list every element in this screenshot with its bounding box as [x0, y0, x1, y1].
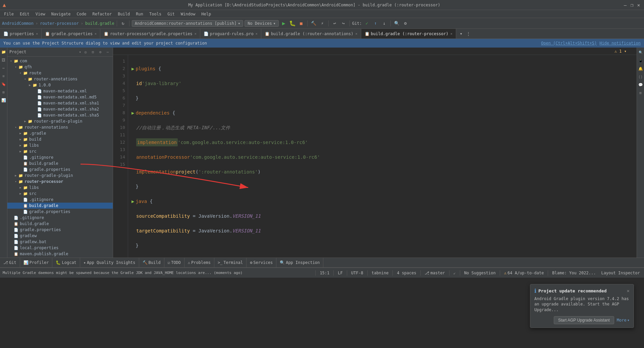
- status-blame[interactable]: Blame: You 2022...: [551, 270, 597, 276]
- resource-icon[interactable]: 🖼: [1, 57, 7, 63]
- status-position[interactable]: 15:1: [318, 270, 331, 276]
- project-collapse-btn[interactable]: ⊟: [90, 49, 96, 55]
- tree-router-annotations[interactable]: ▾ 📁 router-annotations: [7, 76, 113, 82]
- menu-build[interactable]: Build: [115, 11, 132, 17]
- tab-overflow-btn[interactable]: ▾: [458, 30, 465, 38]
- undo-button[interactable]: ↩: [331, 20, 338, 27]
- tree-route[interactable]: ▾ 📁 route: [7, 70, 113, 76]
- bottom-tab-services[interactable]: ⚙ Services: [247, 258, 276, 268]
- bottom-tab-profiler[interactable]: 📊 Profiler: [20, 258, 53, 268]
- tab-build-annotations[interactable]: 📋 build.gradle (:router-annotations) ✕: [261, 29, 361, 39]
- tree-router-annotations2[interactable]: ▾ 📁 router-annotations: [7, 124, 113, 130]
- project-settings-btn[interactable]: ⚙: [97, 49, 103, 55]
- menu-tools[interactable]: Tools: [147, 11, 164, 17]
- code-area[interactable]: 1 2 3 4 5 6 7 8 9 10 11 12 13 14 15 ▶plu…: [113, 55, 637, 258]
- project-tree[interactable]: ▾ 📁 com ▾ 📁 qfh ▾ 📁 route ▾: [7, 57, 113, 258]
- structure-icon[interactable]: ≡: [1, 73, 7, 79]
- layout-inspector-label[interactable]: Layout Inspector: [600, 270, 641, 276]
- pull-requests-icon[interactable]: ↔: [1, 65, 7, 71]
- tab-proguard-close[interactable]: ✕: [256, 32, 258, 36]
- close-button[interactable]: ✕: [636, 2, 641, 8]
- tree-maven-sha2[interactable]: ▶ 📄 maven-metadata.xml.sha2: [7, 106, 113, 112]
- stop-button[interactable]: ■: [298, 20, 305, 27]
- code-content[interactable]: ▶plugins { id 'java-library' ▶} ▶depende…: [128, 55, 637, 258]
- breadcrumb-file[interactable]: build.gradle: [85, 21, 114, 26]
- breadcrumb-module[interactable]: router-processor: [40, 21, 79, 26]
- build-variants-icon[interactable]: ⊞: [1, 89, 7, 95]
- menu-view[interactable]: View: [33, 11, 48, 17]
- code-editor[interactable]: ⚠ 1 ▾ 1 2 3 4 5 6 7 8 9 10 11 12 13 14 1…: [113, 48, 637, 258]
- menu-code[interactable]: Code: [74, 11, 89, 17]
- notifications-icon[interactable]: 🔔: [638, 66, 644, 72]
- layout-inspector-icon[interactable]: 🔍: [638, 49, 644, 56]
- status-line-ending[interactable]: LF: [336, 270, 344, 276]
- tab-rp-gradle-close[interactable]: ✕: [195, 32, 197, 36]
- tree-proc-build-gradle[interactable]: ▶ 📋 build.gradle: [7, 203, 113, 209]
- status-vcs[interactable]: ↙: [452, 270, 457, 276]
- maximize-button[interactable]: ❐: [629, 2, 635, 8]
- tab-gradle-close[interactable]: ✕: [95, 32, 97, 36]
- tree-proc-gitignore[interactable]: ▶ 📄 .gitignore: [7, 197, 113, 203]
- tree-proc-src[interactable]: ▶ 📁 src: [7, 191, 113, 197]
- bottom-tab-terminal[interactable]: >_ Terminal: [214, 258, 247, 268]
- tree-proc-libs[interactable]: ▶ 📁 libs: [7, 185, 113, 191]
- bottom-tab-build[interactable]: 🔨 Build: [139, 258, 164, 268]
- breadcrumb-project[interactable]: AndroidCommon: [2, 21, 34, 26]
- popup-more-button[interactable]: More ▾: [617, 318, 630, 323]
- status-indent[interactable]: 4 spaces: [395, 270, 418, 276]
- menu-help[interactable]: Help: [199, 11, 214, 17]
- sync-button[interactable]: ↻: [119, 20, 127, 27]
- search-button[interactable]: 🔍: [393, 20, 400, 27]
- bookmarks-icon[interactable]: 🔖: [1, 81, 7, 87]
- tree-com[interactable]: ▾ 📁 com: [7, 58, 113, 64]
- tree-gradlew[interactable]: ▶ 📄 gradlew: [7, 233, 113, 239]
- run-button[interactable]: ▶: [280, 20, 287, 27]
- tree-libs[interactable]: ▶ 📁 libs: [7, 142, 113, 148]
- tab-gradle-props[interactable]: 📋 gradle.properties ✕: [42, 29, 100, 39]
- tree-build-folder[interactable]: ▶ 📁 build: [7, 136, 113, 142]
- project-more-btn[interactable]: ⋯: [105, 49, 111, 55]
- tree-src[interactable]: ▶ 📁 src: [7, 148, 113, 154]
- tab-build-proc-close[interactable]: ✕: [450, 32, 452, 36]
- tab-proguard[interactable]: 📄 proguard-rules.pro ✕: [200, 29, 261, 39]
- menu-run[interactable]: Run: [133, 11, 146, 17]
- build-variants-right-icon[interactable]: ⊞: [638, 90, 644, 96]
- menu-git[interactable]: Git: [165, 11, 177, 17]
- tab-properties-close[interactable]: ✕: [36, 32, 38, 36]
- tree-proc-gradle-props[interactable]: ▶ 📄 gradle.properties: [7, 209, 113, 215]
- git-pull-button[interactable]: ↓: [381, 20, 388, 27]
- settings-button[interactable]: ⚙: [402, 20, 409, 27]
- tree-root-gradle-props[interactable]: ▶ 📄 gradle.properties: [7, 227, 113, 233]
- project-locate-btn[interactable]: ◎: [83, 49, 89, 55]
- tree-gitignore[interactable]: ▶ 📄 .gitignore: [7, 154, 113, 160]
- tree-maven-xml[interactable]: ▶ 📄 maven-metadata.xml: [7, 88, 113, 94]
- tree-build-gradle-annot[interactable]: ▶ 📋 build.gradle: [7, 160, 113, 166]
- status-suggestion[interactable]: No Suggestion: [463, 270, 497, 276]
- device-manager-icon[interactable]: 📱: [638, 58, 644, 64]
- tree-qfh[interactable]: ▾ 📁 qfh: [7, 64, 113, 70]
- bottom-tab-app-quality[interactable]: ✦ App Quality Insights: [80, 258, 139, 268]
- bottom-tab-todo[interactable]: ☑ TODO: [164, 258, 184, 268]
- redo-button[interactable]: ↪: [340, 20, 347, 27]
- bottom-tab-git[interactable]: ⎇ Git: [0, 258, 20, 268]
- run-config-dropdown[interactable]: AndroidCommon:router-annotations [publis…: [132, 20, 244, 27]
- build-button[interactable]: 🔨: [310, 20, 317, 27]
- project-header-dropdown[interactable]: ▾: [79, 50, 81, 54]
- tree-gradle-props-annot[interactable]: ▶ 📄 gradle.properties: [7, 166, 113, 172]
- project-icon[interactable]: 📁: [1, 49, 7, 55]
- bottom-tab-problems[interactable]: ⚠ Problems: [184, 258, 214, 268]
- bottom-tab-logcat[interactable]: 🐛 Logcat: [52, 258, 80, 268]
- tab-properties[interactable]: 📄 properties ✕: [0, 29, 42, 39]
- tab-build-annot-close[interactable]: ✕: [356, 32, 358, 36]
- menu-refactor[interactable]: Refactor: [90, 11, 114, 17]
- tree-100[interactable]: ▶ 📁 1.0.0: [7, 82, 113, 88]
- git-push-button[interactable]: ↑: [372, 20, 379, 27]
- menu-navigate[interactable]: Navigate: [49, 11, 73, 17]
- menu-window[interactable]: Window: [178, 11, 198, 17]
- debug-button[interactable]: 🐛: [289, 20, 296, 27]
- tabnine-chat-icon[interactable]: 💬: [638, 82, 644, 88]
- codegpt-icon[interactable]: ⟨⟩: [638, 74, 644, 80]
- tree-maven-sha1[interactable]: ▶ 📄 maven-metadata.xml.sha1: [7, 100, 113, 106]
- tree-dot-gradle[interactable]: ▶ 📁 .gradle: [7, 130, 113, 136]
- status-branch[interactable]: ⎇ master: [423, 270, 446, 276]
